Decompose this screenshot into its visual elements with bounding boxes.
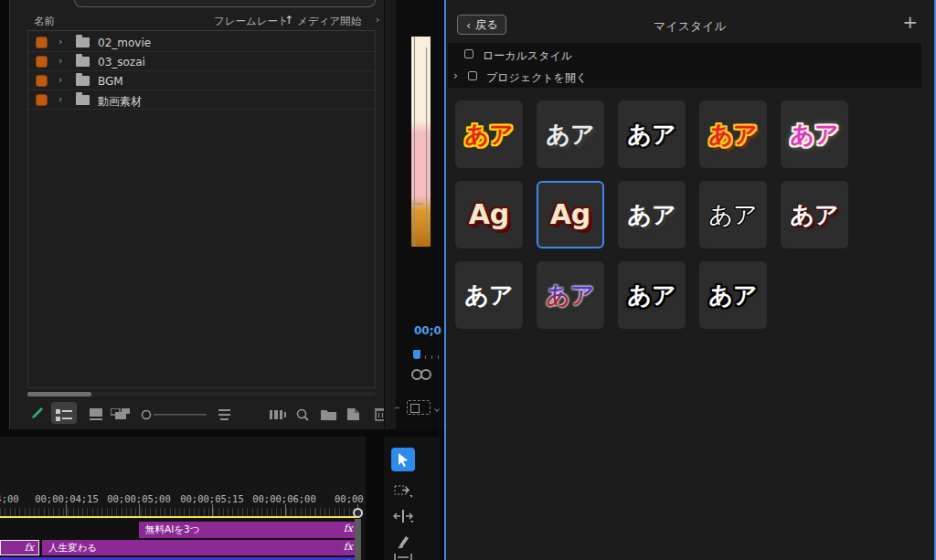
- horizontal-scrollbar[interactable]: [27, 392, 376, 396]
- expand-chevron-icon[interactable]: ›: [58, 36, 62, 48]
- ripple-edit-tool-button[interactable]: [391, 504, 415, 528]
- fx-badge[interactable]: fx: [25, 542, 34, 554]
- label-color-chip[interactable]: [36, 94, 48, 106]
- label-color-chip[interactable]: [36, 37, 48, 48]
- find-icon[interactable]: [296, 408, 309, 421]
- monitor-playhead-icon[interactable]: [413, 350, 420, 359]
- clip-muryou-ai[interactable]: 無料AIを3つ fx: [139, 522, 357, 538]
- style-source-list: ローカルスタイル › プロジェクトを開く: [448, 43, 921, 88]
- razor-tool-button[interactable]: [391, 530, 415, 554]
- clip-jinsei-kawaru[interactable]: 人生変わる fx: [42, 540, 357, 555]
- icon-view-button[interactable]: [89, 408, 103, 421]
- styles-header: ‹ 戻る マイスタイル +: [446, 0, 934, 41]
- work-area-bar[interactable]: [0, 516, 358, 518]
- expand-chevron-icon[interactable]: ›: [58, 74, 62, 86]
- expand-chevron-icon[interactable]: ›: [58, 93, 62, 105]
- monitor-mini-ruler: [425, 355, 443, 359]
- ruler-label: 00;00;05;15: [180, 493, 244, 504]
- project-panel: 名前 フレームレート ↑ メディア開始 › › 02_movie › 03_so…: [9, 0, 384, 429]
- column-name[interactable]: 名前: [34, 15, 55, 28]
- style-tile-2[interactable]: あア: [537, 100, 604, 168]
- style-tile-13[interactable]: あア: [618, 261, 686, 329]
- folder-icon: [76, 37, 90, 48]
- label-color-chip[interactable]: [36, 56, 48, 68]
- automate-to-sequence-icon[interactable]: [270, 409, 288, 420]
- style-square-icon: [464, 49, 473, 58]
- sort-icon[interactable]: [218, 409, 231, 420]
- folder-icon: [76, 76, 90, 86]
- style-tile-11[interactable]: あア: [455, 261, 523, 329]
- horizontal-scrollbar-thumb[interactable]: [27, 392, 91, 396]
- style-tile-6[interactable]: Ag: [455, 181, 523, 248]
- ruler-label: 00;00;04;15: [35, 493, 99, 504]
- fx-badge[interactable]: fx: [344, 523, 353, 534]
- bin-row-bgm[interactable]: › BGM: [28, 71, 375, 90]
- bin-name[interactable]: 02_movie: [98, 37, 151, 49]
- column-framerate[interactable]: フレームレート: [214, 15, 289, 28]
- timeline-panel: 4;00 00;00;04;15 00;00;05;00 00;00;05;15…: [0, 437, 366, 560]
- timeline-ruler[interactable]: [0, 508, 358, 516]
- style-tile-10[interactable]: あア: [781, 181, 848, 248]
- transform-handle-line: [414, 37, 415, 247]
- ruler-major-tick: [66, 504, 67, 516]
- clip-label: 人生変わる: [48, 542, 97, 555]
- expand-chevron-icon[interactable]: ›: [453, 69, 458, 82]
- premiere-workspace: 名前 フレームレート ↑ メディア開始 › › 02_movie › 03_so…: [0, 0, 936, 560]
- freeform-view-button[interactable]: [111, 408, 131, 421]
- new-item-icon[interactable]: [346, 407, 360, 421]
- list-item-open-project[interactable]: › プロジェクトを開く: [448, 66, 921, 88]
- ruler-label: 00;00;: [335, 493, 366, 504]
- expand-chevron-icon[interactable]: ›: [58, 55, 62, 67]
- loop-playback-icon[interactable]: [411, 369, 433, 381]
- fx-badge[interactable]: fx: [344, 541, 353, 553]
- bin-name[interactable]: 動画素材: [98, 94, 142, 110]
- style-tile-9[interactable]: あア: [699, 181, 767, 248]
- style-tile-3[interactable]: あア: [618, 100, 686, 168]
- style-tile-1[interactable]: あア: [455, 100, 523, 168]
- column-overflow-chevron-icon[interactable]: ›: [376, 14, 379, 26]
- add-style-button[interactable]: +: [902, 13, 918, 31]
- search-input[interactable]: [74, 0, 376, 7]
- new-bin-icon[interactable]: [321, 408, 336, 420]
- bin-name[interactable]: 03_sozai: [98, 56, 145, 69]
- monitor-button-icon[interactable]: [407, 400, 431, 415]
- project-panel-toolbar: [10, 402, 384, 429]
- list-item-local-styles[interactable]: ローカルスタイル: [448, 44, 921, 66]
- vertical-scrollbar-knob[interactable]: [353, 508, 363, 518]
- bin-row-03-sozai[interactable]: › 03_sozai: [28, 52, 375, 71]
- list-item-label: ローカルスタイル: [483, 48, 572, 64]
- style-tile-4[interactable]: あア: [699, 100, 767, 168]
- clip-selected-short[interactable]: fx: [0, 540, 39, 555]
- writable-pen-icon: [30, 406, 45, 420]
- style-tile-5[interactable]: あア: [781, 100, 848, 168]
- bin-row-02-movie[interactable]: › 02_movie: [28, 33, 375, 52]
- list-view-button[interactable]: [56, 409, 72, 421]
- monitor-divider: [434, 407, 440, 412]
- style-tile-8[interactable]: あア: [618, 181, 686, 248]
- ruler-major-tick: [285, 504, 286, 516]
- style-tile-12[interactable]: あア: [537, 261, 604, 329]
- bin-name[interactable]: BGM: [98, 75, 123, 88]
- track-select-forward-tool-button[interactable]: [391, 479, 415, 502]
- selection-tool-button[interactable]: [391, 448, 415, 471]
- sort-ascending-icon[interactable]: ↑: [284, 14, 293, 26]
- transform-handle[interactable]: [412, 203, 423, 205]
- bin-row-video-material[interactable]: › 動画素材: [28, 90, 375, 110]
- monitor-timecode[interactable]: 00;0: [414, 324, 444, 337]
- project-column-headers: 名前 フレームレート ↑ メディア開始 ›: [10, 11, 384, 30]
- style-tile-14[interactable]: あア: [699, 261, 767, 329]
- slip-tool-button[interactable]: [391, 554, 415, 560]
- vertical-scrollbar[interactable]: [355, 519, 361, 560]
- monitor-divider: [395, 407, 399, 408]
- style-square-icon: [468, 71, 477, 80]
- transform-handle-line: [426, 48, 427, 236]
- column-media-start[interactable]: メディア開始: [297, 15, 361, 28]
- zoom-slider[interactable]: [141, 409, 209, 420]
- ruler-major-tick: [212, 504, 213, 516]
- label-color-chip[interactable]: [36, 75, 48, 87]
- bin-list: › 02_movie › 03_sozai › BGM › 動画素材: [27, 30, 376, 388]
- folder-icon: [76, 57, 90, 67]
- timeline-tracks: 無料AIを3つ fx fx 人生変わる fx fx: [0, 519, 366, 560]
- video-preview-sliver: [411, 37, 431, 247]
- style-tile-7-selected[interactable]: Ag: [537, 181, 604, 248]
